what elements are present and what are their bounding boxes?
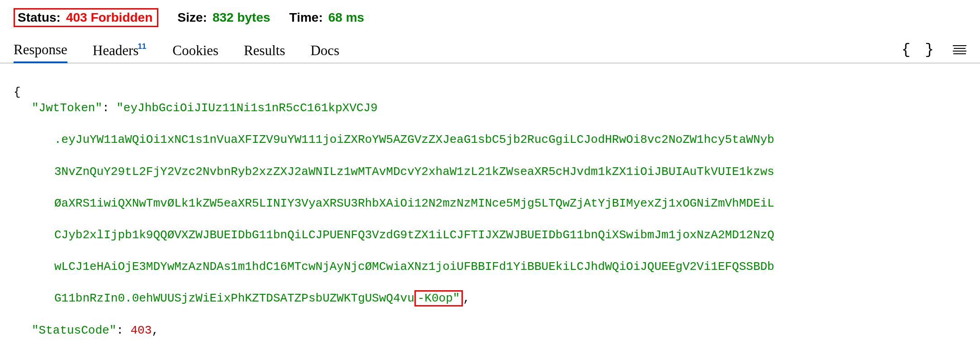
json-jwt-line4: ØaXRS1iwiQXNwTmvØLk1kZW5eaXR5LINIY3VyaXR… [54, 197, 774, 210]
time-label: Time: [289, 10, 323, 25]
json-open-brace: { [14, 85, 21, 99]
json-jwt-line7-main: G11bnRzIn0.0ehWUUSjzWiEixPhKZTDSATZPsbUZ… [54, 292, 414, 305]
size-value: 832 bytes [213, 10, 271, 25]
status-label: Status: [18, 10, 61, 25]
tab-docs[interactable]: Docs [310, 38, 339, 62]
jwt-tail-highlight: -K0op" [414, 290, 463, 306]
status-group: Status: 403 Forbidden [14, 8, 158, 27]
json-jwt-part1: "eyJhbGciOiJIUz11Ni1s1nR5cC161kpXVCJ9 [116, 101, 377, 115]
tabs-right: { } [902, 42, 966, 58]
tab-cookies[interactable]: Cookies [172, 38, 219, 62]
time-value: 68 ms [328, 10, 364, 25]
json-jwt-line2: .eyJuYW11aWQiOi1xNC1s1nVuaXFIZV9uYW111jo… [54, 133, 774, 146]
hamburger-icon[interactable] [953, 45, 966, 55]
json-jwt-line6: wLCJ1eHAiOjE3MDYwMzAzNDAs1m1hdC16MTcwNjA… [54, 260, 774, 273]
json-key-statuscode: "StatusCode" [32, 324, 116, 337]
json-val-statuscode: 403 [130, 324, 152, 337]
size-label: Size: [177, 10, 207, 25]
json-jwt-line5: CJyb2xlIjpb1k9QQØVXZWJBUEIDbG11bnQiLCJPU… [54, 228, 774, 242]
status-bar: Status: 403 Forbidden Size: 832 bytes Ti… [0, 0, 980, 33]
status-value: 403 Forbidden [66, 10, 152, 25]
json-key-jwt: "JwtToken" [32, 101, 102, 115]
size-group: Size: 832 bytes [177, 10, 270, 25]
time-group: Time: 68 ms [289, 10, 364, 25]
json-jwt-line3: 3NvZnQuY29tL2FjY2Vzc2NvbnRyb2xzZXJ2aWNIL… [54, 165, 774, 179]
tabs-bar: Response Headers11 Cookies Results Docs … [0, 37, 980, 63]
tab-response[interactable]: Response [14, 37, 67, 63]
json-jwt-line7-highlight: -K0op" [418, 292, 460, 305]
headers-badge: 11 [138, 42, 146, 51]
tab-headers-label: Headers [93, 42, 139, 58]
tab-results[interactable]: Results [244, 38, 285, 62]
tab-headers[interactable]: Headers11 [93, 38, 147, 62]
response-body: { "JwtToken": "eyJhbGciOiJIUz11Ni1s1nR5c… [0, 63, 980, 344]
braces-icon[interactable]: { } [902, 42, 937, 58]
